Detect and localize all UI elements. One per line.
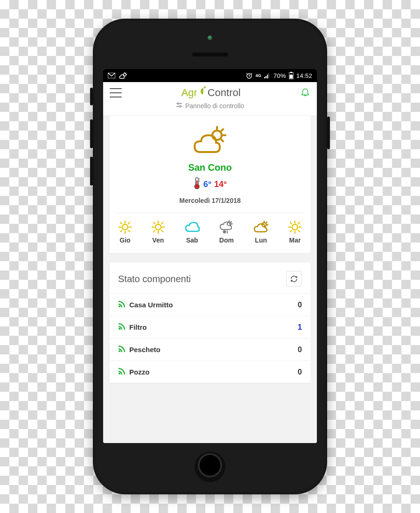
weather-main-icon [189, 124, 231, 159]
forecast-day-label: Dom [219, 236, 234, 244]
forecast-day[interactable]: Mar [288, 221, 302, 244]
power-button [327, 117, 330, 149]
temperature-row: 6° 14° [193, 177, 227, 192]
svg-point-17 [155, 224, 161, 230]
component-value: 1 [298, 323, 302, 332]
mail-icon [108, 73, 115, 78]
page-subtitle: Pannello di controllo [110, 102, 310, 110]
battery-text: 70% [273, 72, 286, 79]
signal-status-icon [118, 300, 126, 309]
mute-switch [90, 88, 93, 105]
component-value: 0 [298, 368, 302, 376]
svg-point-12 [212, 131, 222, 140]
temp-high: 14° [214, 180, 227, 189]
status-bar: 4G 70% 14:52 [103, 69, 317, 82]
svg-rect-9 [289, 75, 293, 79]
volume-down [90, 157, 93, 186]
sun-icon [118, 221, 132, 234]
phone-frame: 4G 70% 14:52 Agr [93, 19, 327, 494]
sun-icon [288, 221, 302, 234]
svg-point-21 [292, 224, 298, 230]
components-list: Casa Urmitto0Filtro1Pescheto0Pozzo0 [110, 293, 310, 383]
component-row[interactable]: Filtro1 [110, 316, 310, 338]
signal-status-icon [118, 323, 126, 332]
component-name: Casa Urmitto [129, 301, 173, 309]
alarm-icon [246, 72, 252, 79]
svg-point-11 [179, 105, 181, 107]
sliders-icon [176, 102, 182, 110]
forecast-day[interactable]: Dom [219, 221, 234, 244]
temp-low: 6° [203, 180, 211, 189]
forecast-day[interactable]: Lun [253, 221, 269, 244]
svg-point-25 [119, 373, 120, 374]
component-name: Pozzo [129, 368, 149, 376]
notifications-button[interactable] [300, 87, 310, 99]
svg-rect-4 [266, 76, 266, 78]
svg-rect-6 [268, 73, 269, 78]
city-name: San Cono [188, 162, 231, 173]
forecast-row: GioVenSabDomLunMar [116, 213, 304, 245]
sun-icon [151, 221, 165, 234]
signal-status-icon [118, 367, 126, 376]
volume-up [90, 119, 93, 148]
forecast-day[interactable]: Ven [151, 221, 165, 244]
svg-rect-3 [264, 77, 265, 78]
weather-notif-icon [119, 72, 127, 79]
forecast-day-label: Lun [255, 236, 267, 244]
svg-point-23 [119, 328, 120, 330]
refresh-button[interactable] [286, 271, 302, 287]
clock-text: 14:52 [296, 72, 312, 79]
svg-point-19 [224, 231, 226, 233]
home-button[interactable] [195, 451, 225, 482]
component-name: Pescheto [129, 346, 161, 354]
battery-icon [289, 72, 294, 79]
logo-part1: Agr [181, 87, 197, 99]
thermometer-icon [193, 177, 201, 192]
cloud-icon [184, 221, 200, 234]
partly-icon [253, 221, 269, 234]
rain-icon [219, 221, 234, 234]
forecast-day-label: Gio [119, 236, 130, 244]
network-type-icon: 4G [255, 74, 261, 78]
app-logo: Agr Control [181, 87, 240, 99]
subtitle-text: Pannello di controllo [185, 102, 244, 110]
weather-card: San Cono 6° 14° Mercoledì 17/1/2018 GioV… [110, 116, 310, 253]
forecast-day-label: Mar [289, 236, 301, 244]
svg-rect-5 [267, 75, 268, 78]
components-title: Stato componenti [118, 274, 191, 284]
forecast-day[interactable]: Gio [118, 221, 132, 244]
content-area: San Cono 6° 14° Mercoledì 17/1/2018 GioV… [103, 116, 317, 443]
svg-rect-15 [196, 180, 197, 186]
forecast-day[interactable]: Sab [184, 221, 200, 244]
screen: 4G 70% 14:52 Agr [103, 69, 317, 443]
signal-icon [264, 73, 271, 78]
svg-point-10 [177, 103, 179, 104]
svg-point-24 [119, 350, 120, 352]
component-row[interactable]: Pozzo0 [110, 360, 310, 383]
component-value: 0 [298, 346, 302, 354]
leaf-icon [198, 86, 207, 98]
components-card: Stato componenti Casa Urmitto0Filtro1Pes… [110, 263, 310, 383]
app-header: Agr Control Pannello di controllo [103, 82, 317, 116]
component-row[interactable]: Casa Urmitto0 [110, 293, 310, 316]
svg-point-22 [119, 305, 120, 307]
svg-point-16 [122, 224, 128, 230]
component-name: Filtro [129, 323, 147, 331]
menu-button[interactable] [110, 88, 122, 97]
phone-speaker [191, 52, 229, 57]
forecast-day-label: Sab [186, 236, 198, 244]
logo-part2: Control [208, 87, 241, 99]
weather-date: Mercoledì 17/1/2018 [179, 197, 241, 204]
signal-status-icon [118, 345, 126, 354]
component-row[interactable]: Pescheto0 [110, 338, 310, 360]
component-value: 0 [298, 301, 302, 309]
forecast-day-label: Ven [152, 236, 164, 244]
